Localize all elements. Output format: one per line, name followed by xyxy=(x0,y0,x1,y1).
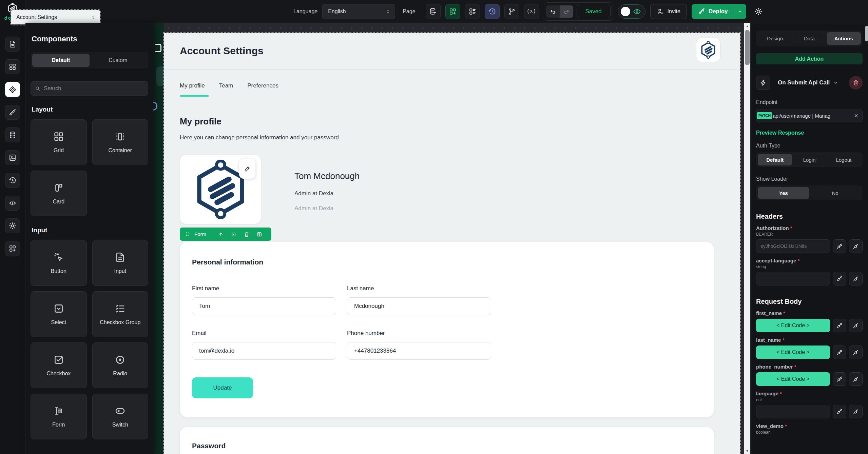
tab-data[interactable]: Data xyxy=(792,32,826,45)
last-name-input[interactable] xyxy=(347,297,491,315)
undo-button[interactable] xyxy=(546,5,560,18)
action-trigger[interactable]: On Submit Api Call xyxy=(778,79,838,86)
rail-item-data[interactable] xyxy=(5,127,20,142)
select-icon xyxy=(53,303,64,314)
select-area-button[interactable] xyxy=(231,231,237,237)
unbind-variable-button[interactable] xyxy=(849,272,863,285)
unbind-variable-button[interactable] xyxy=(849,346,863,359)
component-card-container[interactable]: Container xyxy=(92,119,149,165)
rail-item-code[interactable] xyxy=(5,196,20,211)
rail-item-add-component[interactable] xyxy=(5,241,20,256)
first-name-input[interactable] xyxy=(192,297,336,315)
update-button[interactable]: Update xyxy=(192,377,253,398)
unbind-variable-button[interactable] xyxy=(849,239,863,253)
select-parent-button[interactable] xyxy=(218,231,224,237)
canvas-scrollbar[interactable]: ▲ ▼ xyxy=(744,23,750,454)
rail-item-theme[interactable] xyxy=(5,105,20,120)
component-card-button[interactable]: Button xyxy=(31,240,87,286)
bind-variable-button[interactable] xyxy=(833,239,846,253)
git-branch-button[interactable] xyxy=(504,4,519,19)
phone-input[interactable] xyxy=(347,342,491,360)
edit-code-button[interactable]: < Edit Code > xyxy=(756,319,830,332)
component-card-checkbox[interactable]: Checkbox xyxy=(31,342,87,388)
rocket-icon xyxy=(698,8,705,15)
page-select[interactable]: Account Settings xyxy=(11,10,100,25)
scrollbar-thumb[interactable] xyxy=(745,30,750,65)
rail-item-settings[interactable] xyxy=(5,218,20,233)
rail-item-history[interactable] xyxy=(5,173,20,188)
authorization-input[interactable] xyxy=(756,239,830,253)
email-input[interactable] xyxy=(192,342,336,360)
edit-code-button[interactable]: < Edit Code > xyxy=(756,346,830,359)
scroll-down-arrow[interactable]: ▼ xyxy=(744,448,750,454)
loader-yes[interactable]: Yes xyxy=(758,187,809,199)
avatar-edit-button[interactable] xyxy=(239,159,255,179)
component-card-radio[interactable]: Radio xyxy=(92,342,149,388)
preview-response-link[interactable]: Preview Response xyxy=(756,130,804,136)
tab-team[interactable]: Team xyxy=(219,82,233,97)
preview-toggle[interactable] xyxy=(618,4,645,19)
clear-endpoint-button[interactable] xyxy=(853,113,859,118)
auth-login[interactable]: Login xyxy=(792,154,826,165)
rail-item-media[interactable] xyxy=(5,150,20,165)
delete-action-button[interactable] xyxy=(849,76,863,90)
component-card-select[interactable]: Select xyxy=(31,291,87,337)
endpoint-select[interactable]: PATCH api/user/manage | Manag xyxy=(756,109,863,122)
redo-button[interactable] xyxy=(560,5,573,18)
panel-scrollbar-thumb[interactable] xyxy=(865,26,868,41)
add-action-button[interactable]: Add Action xyxy=(756,53,863,64)
datasource-upload-button[interactable] xyxy=(426,4,441,19)
delete-component-button[interactable] xyxy=(244,231,250,237)
deploy-button[interactable]: Deploy xyxy=(692,4,734,19)
tab-actions[interactable]: Actions xyxy=(827,32,861,45)
drag-handle[interactable] xyxy=(185,231,190,237)
history-button[interactable] xyxy=(485,4,500,19)
drag-dots-icon xyxy=(185,231,190,237)
tab-my-profile[interactable]: My profile xyxy=(180,82,205,97)
variables-button[interactable]: (x) xyxy=(524,4,539,19)
profile-name: Tom Mcdonough xyxy=(294,171,360,181)
unbind-variable-button[interactable] xyxy=(849,319,863,332)
rail-item-layers[interactable] xyxy=(5,59,20,74)
theme-toggle-button[interactable] xyxy=(751,4,766,19)
component-label: Card xyxy=(53,198,64,205)
tab-custom[interactable]: Custom xyxy=(90,54,147,67)
components-search[interactable] xyxy=(31,81,148,96)
component-card-checkbox-group[interactable]: Checkbox Group xyxy=(92,291,149,337)
dashed-box-icon xyxy=(231,231,237,237)
rail-item-components[interactable] xyxy=(5,82,20,97)
component-card-switch[interactable]: Switch xyxy=(92,394,149,439)
tab-design[interactable]: Design xyxy=(758,32,792,45)
tab-preferences[interactable]: Preferences xyxy=(247,82,278,97)
edit-code-button[interactable]: < Edit Code > xyxy=(756,372,830,386)
component-card-input[interactable]: Input xyxy=(92,240,149,286)
bind-variable-button[interactable] xyxy=(833,319,846,332)
language-input[interactable] xyxy=(756,405,830,418)
loader-no[interactable]: No xyxy=(809,187,861,199)
unbind-variable-button[interactable] xyxy=(849,405,863,418)
rail-item-pages[interactable] xyxy=(5,37,20,52)
language-select[interactable]: English xyxy=(322,4,395,19)
headers-heading: Headers xyxy=(756,213,863,220)
deploy-options-button[interactable] xyxy=(734,4,746,19)
bind-variable-button[interactable] xyxy=(833,346,846,359)
add-component-button[interactable] xyxy=(445,4,460,19)
component-card-form[interactable]: Form xyxy=(31,394,87,439)
card-title: Password xyxy=(192,442,702,450)
save-component-button[interactable] xyxy=(256,231,263,237)
search-input[interactable] xyxy=(44,85,144,92)
component-card-card[interactable]: Card xyxy=(31,171,87,216)
accept-language-input[interactable] xyxy=(756,272,830,285)
bind-variable-button[interactable] xyxy=(833,405,846,418)
bind-variable-button[interactable] xyxy=(833,272,846,285)
plug-icon xyxy=(852,322,859,329)
tab-default[interactable]: Default xyxy=(32,54,90,67)
auth-logout[interactable]: Logout xyxy=(827,154,861,165)
layout-panels-button[interactable] xyxy=(465,4,480,19)
unbind-variable-button[interactable] xyxy=(849,372,863,386)
bind-variable-button[interactable] xyxy=(833,372,846,386)
scroll-up-arrow[interactable]: ▲ xyxy=(744,23,750,29)
auth-default[interactable]: Default xyxy=(758,154,792,165)
component-card-grid[interactable]: Grid xyxy=(31,119,87,165)
invite-button[interactable]: Invite xyxy=(650,4,687,19)
